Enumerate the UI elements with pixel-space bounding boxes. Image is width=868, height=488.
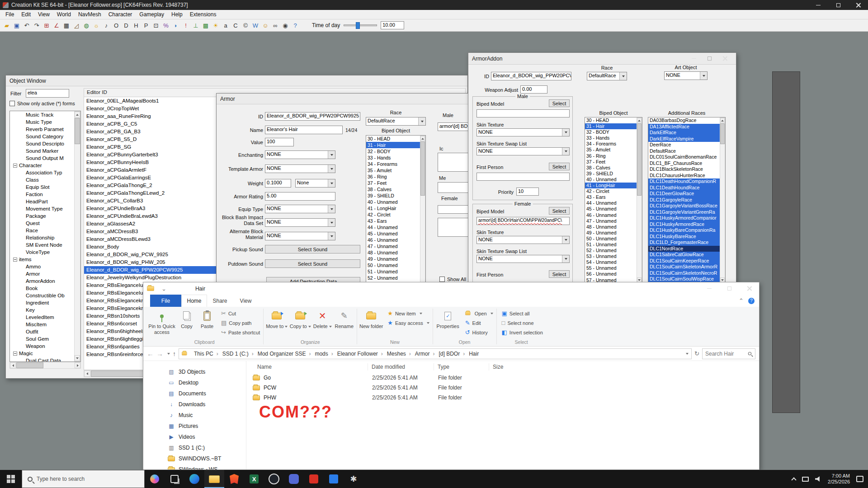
race-row[interactable]: DLC1GargoyleRace — [648, 197, 725, 203]
tree-item[interactable]: Sound Marker — [10, 147, 80, 155]
male-skin-texture-dropdown[interactable]: NONE — [476, 128, 570, 136]
tree-item[interactable]: VoiceType — [10, 249, 80, 256]
weight-input[interactable]: 0.1000 — [265, 179, 291, 188]
biped-object-row[interactable]: 45 - Unnamed — [366, 230, 425, 237]
tree-item[interactable]: Weapon — [10, 343, 80, 350]
time-of-day-slider[interactable] — [344, 24, 377, 26]
settings-icon[interactable] — [344, 470, 363, 488]
column-date-modified[interactable]: Date modified — [368, 363, 434, 371]
tree-item[interactable]: Sound Descripto — [10, 140, 80, 147]
template-armor-dropdown[interactable]: NONE — [265, 164, 335, 173]
dropdown-arrow-icon[interactable] — [619, 72, 627, 80]
tree-item[interactable]: Dual Cast Data — [10, 357, 80, 362]
snap-angle-icon[interactable]: ∠ — [52, 21, 61, 30]
breadcrumb-segment[interactable]: Mod Organizer SSE — [257, 351, 315, 357]
tree-expand-icon[interactable] — [13, 352, 17, 356]
tree-item[interactable]: HeadPart — [10, 198, 80, 205]
snap-grid-icon[interactable]: ⊞ — [42, 21, 51, 30]
biped-object-row[interactable]: 38 - Calves — [366, 186, 425, 192]
select-none-button[interactable]: Select none — [500, 318, 545, 328]
dropdown-arrow-icon[interactable] — [328, 179, 335, 187]
dropdown-arrow-icon[interactable] — [328, 232, 335, 240]
race-row[interactable]: DLC1SabreCatGlowRace — [648, 252, 725, 258]
nav-item[interactable]: SWindows.~WS — [143, 464, 246, 469]
menu-item[interactable]: View — [34, 11, 53, 18]
biped-object-row[interactable]: 56 - Unnamed — [585, 271, 642, 277]
speech-icon[interactable]: ◗ — [171, 21, 180, 30]
tree-item[interactable]: Class — [10, 176, 80, 183]
excel-icon[interactable] — [244, 470, 264, 488]
weight-dropdown[interactable]: None — [295, 179, 335, 188]
maximize-button[interactable] — [719, 282, 739, 295]
papyrus-icon[interactable]: P — [142, 21, 151, 30]
biped-object-row[interactable]: 37 - Feet — [366, 180, 425, 186]
biped-object-row[interactable]: 45 - Unnamed — [585, 206, 642, 212]
back-button[interactable] — [147, 350, 154, 357]
tree-item[interactable]: MiscItem — [10, 321, 80, 328]
armor-id-input[interactable]: Eleanor_d_BDOR_wig_PPW20PCW9925 — [265, 112, 360, 121]
dropdown-arrow-icon[interactable] — [328, 165, 335, 173]
copilot-icon[interactable] — [145, 470, 165, 488]
tab-share[interactable]: Share — [207, 295, 233, 307]
tree-item[interactable]: Book — [10, 285, 80, 292]
race-row[interactable]: DLC1SoulCairnSkeletonArmorR — [648, 264, 725, 270]
biped-object-row[interactable]: 54 - Unnamed — [585, 259, 642, 265]
task-view-icon[interactable] — [165, 470, 184, 488]
lights-icon[interactable]: ☼ — [92, 21, 101, 30]
biped-object-row[interactable]: 34 - Forearms — [366, 161, 425, 167]
race-dropdown[interactable]: DefaultRace — [366, 117, 426, 126]
race-row[interactable]: DA03BarbasDogRace — [648, 117, 725, 124]
pickup-sound-button[interactable]: Select Sound — [265, 245, 360, 253]
breadcrumb-segment[interactable]: SSD 1 (C:) — [222, 351, 257, 357]
tree-item[interactable]: Key — [10, 306, 80, 314]
nav-item[interactable]: ▶ Videos — [143, 432, 246, 442]
alternate-block-dropdown[interactable]: NONE — [265, 232, 335, 240]
female-skin-texture-dropdown[interactable]: NONE — [476, 236, 570, 244]
biped-object-row[interactable]: 50 - Unnamed — [585, 236, 642, 242]
armoraddon-id-input[interactable]: Eleanor_d_BDOR_wig_PPW20PCV — [491, 72, 571, 80]
dropdown-arrow-icon[interactable] — [328, 219, 335, 226]
address-dropdown-icon[interactable] — [686, 353, 689, 355]
copy-button[interactable]: Copy — [177, 309, 197, 329]
new-folder-button[interactable]: New folder — [359, 309, 384, 329]
tree-item[interactable]: Soul Gem — [10, 335, 80, 343]
paste-button[interactable]: Paste — [197, 309, 217, 329]
close-button[interactable] — [848, 0, 868, 10]
equip-type-dropdown[interactable]: NONE — [265, 205, 335, 213]
world-icon[interactable]: ◍ — [82, 21, 91, 30]
nav-item[interactable]: ♪ Music — [143, 410, 246, 421]
breadcrumb-segment[interactable]: Eleanor Follower — [337, 351, 387, 357]
file-row[interactable]: PCW 2/25/2026 5:41 AM File folder — [246, 383, 759, 393]
race-row[interactable]: DLC1DeathHoundCompanionR — [648, 178, 725, 185]
biped-object-row[interactable]: 32 - BODY — [366, 148, 425, 155]
tree-item[interactable]: Magic — [10, 350, 80, 357]
race-row[interactable]: DarkElfRace — [648, 130, 725, 136]
art-object-dropdown[interactable]: NONE — [664, 71, 708, 80]
dropdown-arrow-icon[interactable] — [562, 148, 569, 155]
armor-dialog-titlebar[interactable]: Armor — [217, 94, 505, 104]
sound-icon[interactable]: ♪ — [102, 21, 111, 30]
armoraddon-titlebar[interactable]: ArmorAddon — [468, 53, 736, 65]
easy-access-button[interactable]: Easy access — [386, 318, 431, 328]
scrollbar-thumb[interactable] — [75, 118, 80, 144]
up-button[interactable] — [173, 351, 176, 357]
race-row[interactable]: DarkElfRaceVampire — [648, 136, 725, 142]
biped-object-row[interactable]: 42 - Circlet — [366, 211, 425, 218]
races-list-scrollbar[interactable] — [720, 117, 725, 283]
rename-button[interactable]: Rename — [333, 309, 355, 329]
tree-item[interactable]: Music Type — [10, 118, 80, 126]
green-grid-icon[interactable]: ▩ — [201, 21, 210, 30]
biped-object-row[interactable]: 39 - SHIELD — [585, 171, 642, 177]
dropdown-arrow-icon[interactable] — [562, 255, 569, 263]
armor-rating-input[interactable]: 5.00 — [265, 192, 335, 201]
tree-item[interactable]: Reverb Paramet — [10, 126, 80, 133]
biped-object-row[interactable]: 46 - Unnamed — [585, 212, 642, 218]
copyright-icon[interactable]: © — [241, 21, 250, 30]
menu-item[interactable]: NavMesh — [75, 11, 105, 18]
biped-object-row[interactable]: 44 - Unnamed — [366, 224, 425, 230]
dropdown-arrow-icon[interactable] — [562, 129, 569, 136]
menu-item[interactable]: World — [53, 11, 75, 18]
scrollbar-thumb[interactable] — [91, 371, 145, 377]
filter-icon[interactable]: % — [161, 21, 170, 30]
race-row[interactable]: DLC1_BF_ChaurusRace — [648, 160, 725, 167]
